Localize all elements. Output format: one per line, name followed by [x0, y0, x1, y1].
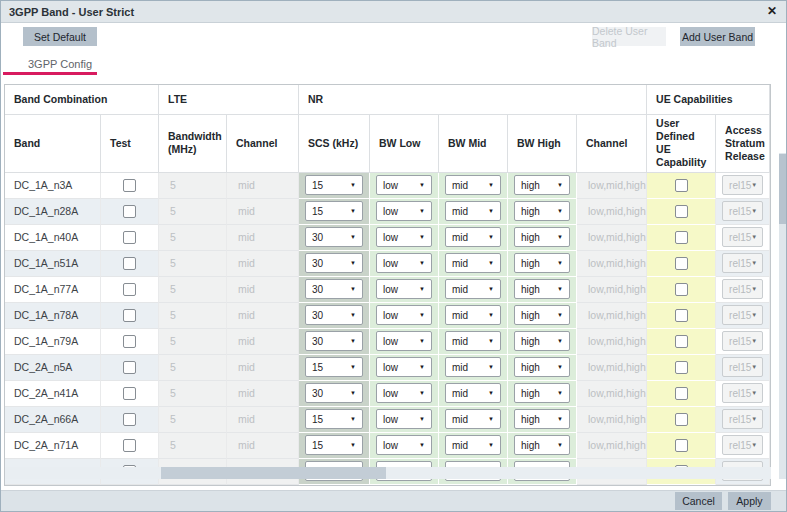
user-defined-checkbox-cell	[647, 251, 716, 277]
user-defined-checkbox[interactable]	[675, 413, 688, 426]
close-icon[interactable]: ✕	[767, 4, 777, 18]
bw-low-select[interactable]: low▼	[376, 201, 432, 221]
bw-low-select[interactable]: low▼	[376, 409, 432, 429]
user-defined-checkbox[interactable]	[675, 361, 688, 374]
bw-low-select[interactable]: low▼	[376, 383, 432, 403]
bw-mid-select[interactable]: mid▼	[445, 435, 501, 455]
user-defined-checkbox[interactable]	[675, 283, 688, 296]
horizontal-scrollbar-track[interactable]	[5, 467, 771, 479]
bw-low-select[interactable]: low▼	[376, 305, 432, 325]
bw-mid-select[interactable]: mid▼	[445, 279, 501, 299]
scs-select[interactable]: 30▼	[305, 331, 363, 351]
bw-mid-select[interactable]: mid▼	[445, 383, 501, 403]
access-stratum-release-select-value: rel15	[729, 414, 751, 425]
user-defined-checkbox[interactable]	[675, 387, 688, 400]
bw-mid-select[interactable]: mid▼	[445, 331, 501, 351]
bw-high-select[interactable]: high▼	[514, 383, 570, 403]
bw-low-select-cell: low▼	[370, 303, 439, 329]
access-stratum-release-select-value: rel15	[729, 258, 751, 269]
user-defined-checkbox-cell	[647, 173, 716, 199]
bw-high-select[interactable]: high▼	[514, 201, 570, 221]
bw-high-select[interactable]: high▼	[514, 305, 570, 325]
access-stratum-release-select[interactable]: rel15▼	[722, 435, 763, 455]
chevron-down-icon: ▼	[751, 390, 757, 396]
scs-select-cell: 30▼	[299, 251, 370, 277]
bw-high-select[interactable]: high▼	[514, 331, 570, 351]
table-row: DC_2A_n5A5mid15▼low▼mid▼high▼low,mid,hig…	[5, 355, 770, 381]
bw-high-select[interactable]: high▼	[514, 279, 570, 299]
access-stratum-release-select[interactable]: rel15▼	[722, 357, 763, 377]
test-checkbox[interactable]	[123, 413, 136, 426]
scs-select[interactable]: 30▼	[305, 279, 363, 299]
test-checkbox[interactable]	[123, 257, 136, 270]
bw-high-select-value: high	[521, 414, 540, 425]
bw-low-select[interactable]: low▼	[376, 331, 432, 351]
bw-mid-select[interactable]: mid▼	[445, 357, 501, 377]
access-stratum-release-select[interactable]: rel15▼	[722, 175, 763, 195]
chevron-down-icon: ▼	[350, 416, 356, 422]
add-user-band-button[interactable]: Add User Band	[680, 27, 755, 46]
bw-low-select[interactable]: low▼	[376, 435, 432, 455]
access-stratum-release-select[interactable]: rel15▼	[722, 279, 763, 299]
test-checkbox[interactable]	[123, 439, 136, 452]
bw-low-select[interactable]: low▼	[376, 253, 432, 273]
access-stratum-release-select-value: rel15	[729, 440, 751, 451]
bw-low-select[interactable]: low▼	[376, 227, 432, 247]
bw-high-select[interactable]: high▼	[514, 435, 570, 455]
bw-high-select[interactable]: high▼	[514, 409, 570, 429]
bw-mid-select[interactable]: mid▼	[445, 409, 501, 429]
test-checkbox[interactable]	[123, 361, 136, 374]
tab-3gpp-config[interactable]: 3GPP Config	[28, 58, 92, 70]
user-defined-checkbox[interactable]	[675, 205, 688, 218]
bw-mid-select[interactable]: mid▼	[445, 175, 501, 195]
set-default-button[interactable]: Set Default	[23, 27, 97, 46]
user-defined-checkbox[interactable]	[675, 231, 688, 244]
test-checkbox[interactable]	[123, 309, 136, 322]
access-stratum-release-select[interactable]: rel15▼	[722, 331, 763, 351]
user-defined-checkbox[interactable]	[675, 179, 688, 192]
scs-select[interactable]: 30▼	[305, 305, 363, 325]
user-defined-checkbox[interactable]	[675, 309, 688, 322]
bw-high-select[interactable]: high▼	[514, 253, 570, 273]
bw-mid-select[interactable]: mid▼	[445, 227, 501, 247]
bw-low-select[interactable]: low▼	[376, 279, 432, 299]
bw-low-select[interactable]: low▼	[376, 175, 432, 195]
apply-button[interactable]: Apply	[728, 492, 771, 510]
bw-mid-select[interactable]: mid▼	[445, 253, 501, 273]
chevron-down-icon: ▼	[419, 312, 425, 318]
scs-select[interactable]: 30▼	[305, 383, 363, 403]
access-stratum-release-select[interactable]: rel15▼	[722, 409, 763, 429]
scs-select[interactable]: 15▼	[305, 409, 363, 429]
test-checkbox[interactable]	[123, 179, 136, 192]
bw-high-select[interactable]: high▼	[514, 357, 570, 377]
test-checkbox[interactable]	[123, 283, 136, 296]
bw-high-select[interactable]: high▼	[514, 227, 570, 247]
vertical-scrollbar-thumb[interactable]	[779, 154, 787, 224]
access-stratum-release-select[interactable]: rel15▼	[722, 253, 763, 273]
scs-select[interactable]: 30▼	[305, 227, 363, 247]
user-defined-checkbox[interactable]	[675, 439, 688, 452]
bw-low-select-cell: low▼	[370, 407, 439, 433]
horizontal-scrollbar-thumb[interactable]	[161, 467, 386, 479]
access-stratum-release-select[interactable]: rel15▼	[722, 383, 763, 403]
bw-high-select[interactable]: high▼	[514, 175, 570, 195]
access-stratum-release-select[interactable]: rel15▼	[722, 201, 763, 221]
bw-low-select[interactable]: low▼	[376, 357, 432, 377]
bw-mid-select[interactable]: mid▼	[445, 201, 501, 221]
test-checkbox[interactable]	[123, 335, 136, 348]
delete-user-band-button[interactable]: Delete User Band	[592, 27, 666, 46]
test-checkbox[interactable]	[123, 205, 136, 218]
scs-select[interactable]: 15▼	[305, 175, 363, 195]
scs-select[interactable]: 15▼	[305, 357, 363, 377]
scs-select[interactable]: 15▼	[305, 201, 363, 221]
user-defined-checkbox[interactable]	[675, 257, 688, 270]
cancel-button[interactable]: Cancel	[675, 492, 722, 510]
access-stratum-release-select[interactable]: rel15▼	[722, 305, 763, 325]
access-stratum-release-select[interactable]: rel15▼	[722, 227, 763, 247]
scs-select[interactable]: 30▼	[305, 253, 363, 273]
scs-select[interactable]: 15▼	[305, 435, 363, 455]
user-defined-checkbox[interactable]	[675, 335, 688, 348]
bw-mid-select[interactable]: mid▼	[445, 305, 501, 325]
test-checkbox[interactable]	[123, 231, 136, 244]
test-checkbox[interactable]	[123, 387, 136, 400]
